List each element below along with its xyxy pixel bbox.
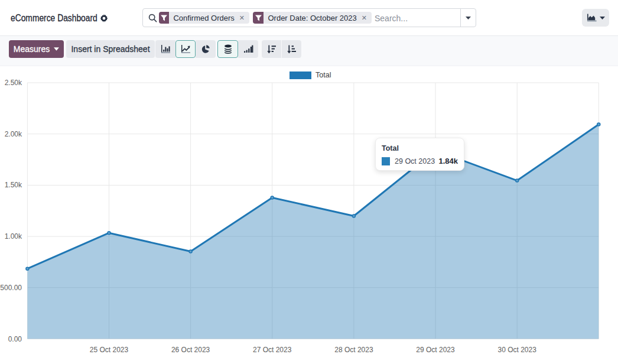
svg-text:1.50k: 1.50k <box>5 181 22 189</box>
svg-text:0.00: 0.00 <box>8 335 22 343</box>
svg-text:2.50k: 2.50k <box>5 79 22 87</box>
svg-text:25 Oct 2023: 25 Oct 2023 <box>90 346 129 354</box>
svg-text:29 Oct 2023: 29 Oct 2023 <box>416 346 455 354</box>
svg-text:2.00k: 2.00k <box>5 130 22 138</box>
svg-text:26 Oct 2023: 26 Oct 2023 <box>171 346 210 354</box>
svg-text:27 Oct 2023: 27 Oct 2023 <box>253 346 292 354</box>
svg-text:30 Oct 2023: 30 Oct 2023 <box>498 346 537 354</box>
svg-text:500.00: 500.00 <box>0 284 22 292</box>
svg-text:1.00k: 1.00k <box>5 232 22 240</box>
svg-text:28 Oct 2023: 28 Oct 2023 <box>334 346 373 354</box>
